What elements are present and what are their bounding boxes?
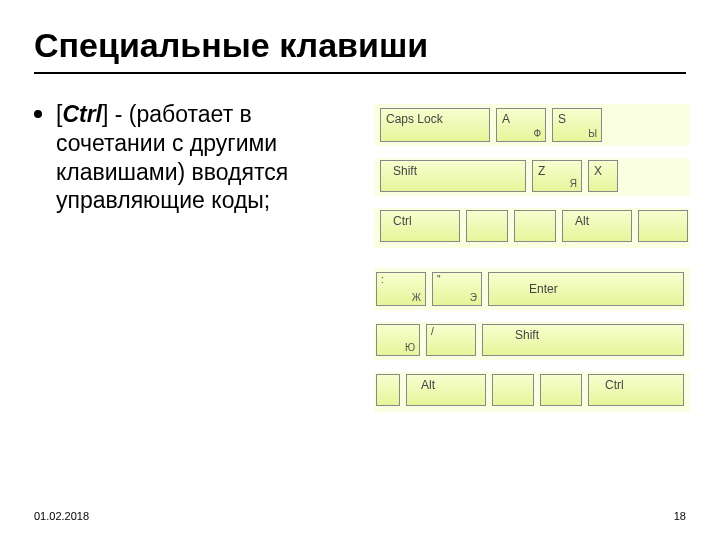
key-ctrl-left: Ctrl bbox=[380, 210, 460, 242]
key-space-edge bbox=[376, 374, 400, 406]
bullet-dot-icon bbox=[34, 110, 42, 118]
title-underline bbox=[34, 72, 686, 74]
keyboard-fragment-left: Caps Lock AФ SЫ Shift ZЯ X Ctrl Alt bbox=[374, 104, 690, 248]
slide-title: Специальные клавиши bbox=[34, 26, 428, 65]
key-z: ZЯ bbox=[532, 160, 582, 192]
key-blank bbox=[514, 210, 556, 242]
key-alt-left: Alt bbox=[562, 210, 632, 242]
key-blank bbox=[492, 374, 534, 406]
key-space-edge bbox=[638, 210, 688, 242]
key-blank bbox=[540, 374, 582, 406]
keyboard-fragment-right: :Ж "Э Enter Ю / Shift Alt Ctrl bbox=[374, 268, 690, 412]
key-enter: Enter bbox=[488, 272, 684, 306]
key-quote: "Э bbox=[432, 272, 482, 306]
key-blank bbox=[466, 210, 508, 242]
footer-date: 01.02.2018 bbox=[34, 510, 89, 522]
key-ctrl-right: Ctrl bbox=[588, 374, 684, 406]
key-x: X bbox=[588, 160, 618, 192]
key-semicolon: :Ж bbox=[376, 272, 426, 306]
key-a: AФ bbox=[496, 108, 546, 142]
key-shift-right: Shift bbox=[482, 324, 684, 356]
bullet-item: [Ctrl] - (работает в сочетании с другими… bbox=[34, 100, 354, 215]
key-s: SЫ bbox=[552, 108, 602, 142]
key-alt-right: Alt bbox=[406, 374, 486, 406]
bullet-text: [Ctrl] - (работает в сочетании с другими… bbox=[56, 100, 354, 215]
key-slash: / bbox=[426, 324, 476, 356]
footer-page-number: 18 bbox=[674, 510, 686, 522]
key-shift-left: Shift bbox=[380, 160, 526, 192]
key-caps-lock: Caps Lock bbox=[380, 108, 490, 142]
key-period: Ю bbox=[376, 324, 420, 356]
